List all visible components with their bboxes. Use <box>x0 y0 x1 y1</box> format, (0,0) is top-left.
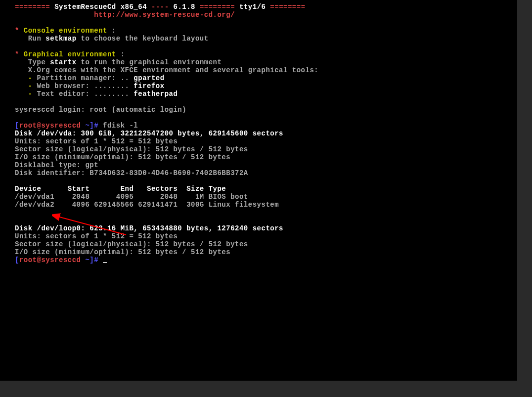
disk-vda-header: Disk /dev/vda: 300 GiB, 322122547200 byt… <box>15 130 517 137</box>
disk-vda-io: I/O size (minimum/optimal): 512 bytes / … <box>15 153 517 161</box>
disk-vda-ident: Disk identifier: B734D632-83D0-4D46-B690… <box>15 169 517 177</box>
console-env-title: * Console environment : <box>15 27 517 35</box>
disk-loop-units: Units: sectors of 1 * 512 = 512 bytes <box>15 232 517 240</box>
graphical-env-xorg: X.Org comes with the XFCE environment an… <box>15 66 517 74</box>
tool-featherpad: - Text editor: ........ featherpad <box>15 90 517 98</box>
partition-row-vda2: /dev/vda2 4096 629145566 629141471 300G … <box>15 201 517 209</box>
header-line: ======== SystemRescueCd x86_64 ---- 6.1.… <box>15 3 517 11</box>
console-env-setkmap: Run setkmap to choose the keyboard layou… <box>15 35 517 43</box>
graphical-env-startx: Type startx to run the graphical environ… <box>15 58 517 66</box>
tool-gparted: - Partition manager: .. gparted <box>15 74 517 82</box>
graphical-env-title: * Graphical environment : <box>15 50 517 58</box>
disk-vda-label: Disklabel type: gpt <box>15 161 517 169</box>
tool-firefox: - Web browser: ........ firefox <box>15 82 517 90</box>
disk-loop-header: Disk /dev/loop0: 623.16 MiB, 653434880 b… <box>15 224 517 232</box>
disk-vda-units: Units: sectors of 1 * 512 = 512 bytes <box>15 137 517 145</box>
prompt-idle[interactable]: [root@sysresccd ~]# <box>15 256 517 264</box>
cursor-icon <box>103 262 107 263</box>
disk-vda-sector: Sector size (logical/physical): 512 byte… <box>15 145 517 153</box>
partition-row-vda1: /dev/vda1 2048 4095 2048 1M BIOS boot <box>15 193 517 201</box>
header-url: http://www.system-rescue-cd.org/ <box>15 11 517 19</box>
disk-loop-io: I/O size (minimum/optimal): 512 bytes / … <box>15 248 517 256</box>
disk-loop-sector: Sector size (logical/physical): 512 byte… <box>15 240 517 248</box>
terminal-window[interactable]: ======== SystemRescueCd x86_64 ---- 6.1.… <box>0 0 517 381</box>
prompt-fdisk: [root@sysresccd ~]# fdisk -l <box>15 122 517 130</box>
login-line: sysresccd login: root (automatic login) <box>15 106 517 114</box>
partition-table-header: Device Start End Sectors Size Type <box>15 185 517 193</box>
